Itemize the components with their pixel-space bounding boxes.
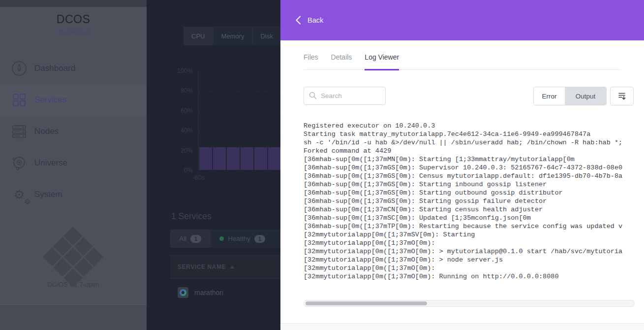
log-download-icon: [617, 91, 627, 101]
x-tick: -60s: [192, 174, 205, 181]
download-log-button[interactable]: [610, 87, 634, 105]
log-line: [32mmytutorialapp[0m([1;37mO[0m): > node…: [304, 256, 644, 264]
log-line: Forked command at 4429: [304, 147, 644, 155]
log-line: [32mmytutorialapp[0m([1;37mSV[0m): Start…: [304, 231, 644, 239]
log-line: [32mmytutorialapp[0m([1;37mO[0m):: [304, 239, 644, 247]
sidebar-top-strip: [0, 0, 147, 7]
sidebar-item-label: Nodes: [34, 127, 59, 136]
servers-icon: [11, 123, 28, 140]
tab-files[interactable]: Files: [304, 53, 318, 69]
chart-y-axis: [198, 71, 199, 170]
y-tick: 100%: [163, 67, 193, 74]
sidebar-item-universe[interactable]: Universe: [0, 147, 147, 179]
modal-footer: [280, 323, 644, 330]
log-line: [36mhab-sup[0m([1;37mGS[0m): Starting in…: [304, 180, 644, 189]
tab-disk[interactable]: Disk: [252, 27, 280, 45]
cluster-ip: 10.240.0.2: [0, 28, 147, 35]
gridline: [199, 131, 282, 131]
tab-cpu[interactable]: CPU: [184, 27, 213, 45]
bar: [254, 147, 267, 170]
services-heading: 1 Services: [171, 211, 212, 222]
log-line: [36mhab-sup[0m([1;37mMN[0m): Starting [1…: [304, 155, 644, 164]
app-title: DCOS: [0, 13, 147, 26]
scrollbar-thumb[interactable]: [306, 301, 427, 305]
version-label: DC/OS v.1.7-open: [0, 281, 147, 288]
chevron-left-icon: [295, 16, 301, 25]
log-line: [36mhab-sup[0m([1;37mGS[0m): Starting go…: [304, 197, 644, 205]
sidebar-nav: Dashboard Services Nodes Universe: [0, 53, 147, 210]
count-badge: 1: [190, 235, 201, 243]
bar: [213, 147, 226, 170]
log-line: [36mhab-sup[0m([1;37mCN[0m): Starting ce…: [304, 205, 644, 214]
tab-details[interactable]: Details: [331, 53, 352, 69]
planet-icon: [11, 155, 28, 171]
log-line: [32mmytutorialapp[0m([1;37mO[0m): Runnin…: [304, 272, 644, 281]
detail-tabs: Files Details Log Viewer: [304, 53, 621, 70]
log-line: [32mmytutorialapp[0m([1;37mO[0m):: [304, 264, 644, 272]
log-line: [36mhab-sup[0m([1;37mGS[0m): Supervisor …: [304, 164, 644, 172]
bar: [268, 147, 281, 170]
gridline: [199, 111, 282, 111]
log-line: Registered executor on 10.240.0.3: [304, 122, 644, 130]
back-button[interactable]: Back: [295, 16, 323, 25]
service-name: marathon: [194, 289, 223, 297]
gauge-icon: [11, 60, 28, 77]
sidebar-item-nodes[interactable]: Nodes: [0, 116, 147, 147]
grid-icon: [11, 92, 28, 108]
bar: [199, 147, 212, 170]
search-icon: [309, 92, 317, 99]
y-tick: 40%: [163, 127, 193, 134]
y-tick: 20%: [163, 147, 193, 154]
log-line: [36mhab-sup[0m([1;37mTP[0m): Restarting …: [304, 222, 644, 231]
tab-log-viewer[interactable]: Log Viewer: [365, 53, 399, 70]
gridline: [199, 91, 282, 91]
log-line: [36mhab-sup[0m([1;37mGS[0m): Census mytu…: [304, 172, 644, 180]
modal-header: Back: [280, 0, 644, 40]
log-line: Starting task mattray_mytutorialapp.7ec4…: [304, 130, 644, 138]
cpu-usage-bars: [199, 147, 281, 170]
filter-label: All: [179, 235, 186, 242]
sidebar-item-system[interactable]: ⚙ ⚙ System: [0, 179, 147, 210]
sidebar-item-label: Dashboard: [34, 64, 75, 73]
sidebar-item-label: Universe: [34, 158, 67, 168]
resource-tabs: CPU Memory Disk: [184, 27, 281, 45]
dcos-diamond-logo: [43, 227, 103, 287]
sidebar-item-label: Services: [34, 95, 66, 105]
sidebar-item-label: System: [34, 190, 62, 199]
log-line: [36mhab-sup[0m([1;37mGS[0m): Starting ou…: [304, 189, 644, 197]
back-label: Back: [307, 16, 323, 24]
filter-tab-healthy[interactable]: Healthy 1: [210, 230, 274, 248]
sidebar-item-services[interactable]: Services: [0, 84, 147, 116]
y-tick: 80%: [163, 87, 193, 94]
error-stream-button[interactable]: Error: [534, 87, 565, 105]
log-output: Registered executor on 10.240.0.3 Starti…: [304, 122, 644, 282]
count-badge: 1: [254, 235, 265, 243]
log-line: [32mmytutorialapp[0m([1;37mO[0m): > mytu…: [304, 247, 644, 256]
stream-toggle-group: Error Output: [533, 87, 607, 105]
bar: [241, 147, 253, 170]
gears-icon: ⚙ ⚙: [11, 186, 28, 203]
log-search: [304, 87, 386, 105]
sidebar: DCOS 10.240.0.2 Dashboard Services Nodes: [0, 0, 147, 330]
sidebar-item-dashboard[interactable]: Dashboard: [0, 53, 147, 84]
user-bar: [0, 305, 147, 330]
log-line: [36mhab-sup[0m([1;37mSC[0m): Updated [1;…: [304, 214, 644, 222]
filter-label: Healthy: [228, 235, 250, 242]
sort-asc-icon: [230, 265, 235, 268]
y-tick: 60%: [163, 107, 193, 114]
screen: DCOS 10.240.0.2 Dashboard Services Nodes: [0, 0, 644, 330]
log-line: sh -c '/bin/id -u hab &>/dev/null || /sb…: [304, 138, 644, 147]
filter-tab-all[interactable]: All 1: [170, 230, 210, 248]
log-horizontal-scrollbar[interactable]: [304, 300, 635, 307]
marathon-icon: [178, 287, 188, 298]
bar: [227, 147, 240, 170]
task-detail-panel: Back Files Details Log Viewer Error Outp…: [280, 0, 644, 330]
tab-memory[interactable]: Memory: [213, 27, 252, 45]
output-stream-button[interactable]: Output: [565, 87, 606, 105]
y-tick: 0%: [163, 167, 193, 174]
healthy-dot-icon: [219, 236, 224, 241]
column-service-name: SERVICE NAME: [178, 264, 226, 270]
